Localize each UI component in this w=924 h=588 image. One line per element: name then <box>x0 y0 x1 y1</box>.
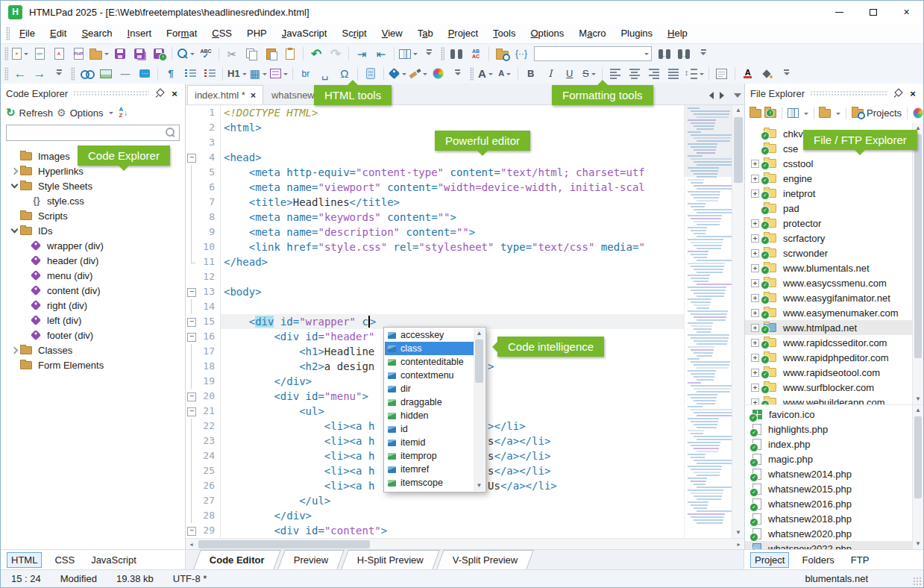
save-all-button[interactable] <box>131 45 148 63</box>
insert-image-button[interactable] <box>97 65 115 83</box>
panel-close-icon[interactable]: × <box>908 88 918 99</box>
autocomplete-item-dir[interactable]: dir <box>385 382 474 395</box>
folder-row-www-htmlpad-net[interactable]: www.htmlpad.net <box>745 320 912 335</box>
panel-tab-ftp[interactable]: FTP <box>847 553 873 567</box>
panel-tab-folders[interactable]: Folders <box>798 553 837 567</box>
file-row-whatsnew2020-php[interactable]: whatsnew2020.php <box>745 526 912 541</box>
align-center-button[interactable] <box>626 65 644 83</box>
code-line-1[interactable]: 1<!DOCTYPE HTML> <box>186 105 684 120</box>
view-mode-icon[interactable] <box>788 108 799 118</box>
tree-item-hyperlinks[interactable]: Hyperlinks <box>1 163 185 178</box>
options-dropdown-arrow-icon[interactable] <box>109 112 113 116</box>
save-and-upload-button[interactable] <box>150 45 168 63</box>
menu-file[interactable]: File <box>12 25 43 41</box>
fold-marker-icon[interactable] <box>186 150 195 165</box>
replace-button[interactable]: AB <box>467 45 485 63</box>
chevron-right-icon[interactable] <box>8 169 20 174</box>
insert-script-button[interactable] <box>362 65 380 83</box>
insert-heading-button[interactable]: H1 <box>227 65 248 83</box>
scroll-down-icon[interactable]: ▼ <box>913 394 923 404</box>
scroll-down-icon[interactable]: ▼ <box>732 528 744 538</box>
code-line-8[interactable]: 8 <meta name="keywords" content=""> <box>186 210 684 225</box>
code-line-12[interactable]: 12 <box>186 269 684 284</box>
folder-row-www-rapidseotool-com[interactable]: www.rapidseotool.com <box>745 365 912 380</box>
folder-row-www-easygifanimator-net[interactable]: www.easygifanimator.net <box>745 290 912 305</box>
menu-macro[interactable]: Macro <box>571 25 613 41</box>
refresh-icon[interactable]: ↻ <box>6 106 16 119</box>
file-row-whatsnew2015-php[interactable]: whatsnew2015.php <box>745 481 912 496</box>
projects-icon[interactable] <box>852 109 864 118</box>
expand-plus-icon[interactable] <box>751 339 759 347</box>
expand-plus-icon[interactable] <box>751 249 759 257</box>
paste-button[interactable] <box>262 45 280 63</box>
tree-item-style-css[interactable]: {}style.css <box>1 193 185 208</box>
redo-button[interactable]: ↷ <box>327 45 345 63</box>
menu-edit[interactable]: Edit <box>43 25 74 41</box>
options-button[interactable]: Options <box>70 107 104 119</box>
expand-plus-icon[interactable] <box>751 175 759 183</box>
folder-row-inetprot[interactable]: inetprot <box>745 186 912 201</box>
folder-row-protector[interactable]: protector <box>745 216 912 231</box>
scrollbar-thumb[interactable] <box>914 134 922 358</box>
toolbar-grip[interactable] <box>71 67 75 81</box>
align-right-button[interactable] <box>645 65 663 83</box>
quick-search-button[interactable] <box>176 45 195 63</box>
search-term-combobox[interactable] <box>534 46 652 61</box>
tab-list-dropdown-icon[interactable] <box>734 93 741 101</box>
panel-tab-project[interactable]: Project <box>750 552 789 568</box>
navigate-back-button[interactable]: ← <box>11 65 29 83</box>
cut-button[interactable]: ✂ <box>223 45 241 63</box>
toolbar-grip[interactable] <box>441 47 444 60</box>
menu-tools[interactable]: Tools <box>485 25 523 41</box>
autocomplete-scrollbar[interactable]: ▲ ▼ <box>474 328 485 491</box>
menu-tab[interactable]: Tab <box>410 25 441 41</box>
folder-up-icon[interactable] <box>749 109 761 118</box>
code-line-13[interactable]: 13<body> <box>186 284 684 299</box>
view-tab-code-editor[interactable]: Code Editor <box>193 550 280 569</box>
fold-marker-icon[interactable] <box>186 284 195 299</box>
insert-table-button[interactable]: ▦ <box>249 65 268 83</box>
code-line-28[interactable]: 28 </div> <box>186 508 684 523</box>
file-row-index-php[interactable]: index.php <box>745 437 912 451</box>
folder-row-engine[interactable]: engine <box>745 171 912 186</box>
code-line-29[interactable]: 29 <div id="content"> <box>186 523 684 538</box>
align-justify-button[interactable] <box>664 65 682 83</box>
code-line-14[interactable]: 14 <box>186 299 684 314</box>
maximize-button[interactable] <box>856 1 890 23</box>
fill-color-button[interactable] <box>758 65 776 83</box>
menu-css[interactable]: CSS <box>204 25 239 41</box>
view-tab-v-split-preview[interactable]: V-Split Preview <box>436 550 534 569</box>
insert-ordered-list-button[interactable] <box>201 65 219 83</box>
tree-item-style-sheets[interactable]: Style Sheets <box>1 178 185 193</box>
code-snippets-button[interactable]: {··} <box>512 45 530 63</box>
minimap[interactable] <box>684 105 732 538</box>
doc-tab-html[interactable]: HTML <box>7 552 42 568</box>
tab-scroll-left-icon[interactable] <box>705 92 714 99</box>
folder-row-www-surfblocker-com[interactable]: www.surfblocker.com <box>745 380 912 395</box>
fold-marker-icon[interactable] <box>186 329 195 344</box>
file-row-favicon-ico[interactable]: favicon.ico <box>745 407 912 422</box>
chevron-down-icon[interactable] <box>8 229 20 232</box>
autocomplete-item-accesskey[interactable]: accesskey <box>385 328 474 342</box>
insert-comment-button[interactable]: ⋯ <box>136 65 154 83</box>
toolbar-grip[interactable] <box>470 67 474 81</box>
menu-options[interactable]: Options <box>523 25 571 41</box>
save-button[interactable] <box>111 45 129 63</box>
file-row-magic-php[interactable]: magic.php <box>745 451 912 466</box>
find-next-button[interactable]: → <box>675 45 693 63</box>
tree-item-menu-div-[interactable]: menu (div) <box>1 268 185 283</box>
resize-grip[interactable] <box>913 577 922 586</box>
view-tab-preview[interactable]: Preview <box>277 550 345 569</box>
code-line-9[interactable]: 9 <meta name="description" content=""> <box>186 225 684 240</box>
insert-paragraph-button[interactable]: ¶ <box>162 65 180 83</box>
expand-plus-icon[interactable] <box>751 279 759 287</box>
folder-row-www-webuilderapp-com[interactable]: www.webuilderapp.com <box>745 395 912 404</box>
tree-item-footer-div-[interactable]: footer (div) <box>1 328 185 343</box>
paragraph-format-button[interactable] <box>713 65 731 83</box>
fold-marker-icon[interactable] <box>186 523 195 538</box>
insert-horizontal-rule-button[interactable]: — <box>116 65 134 83</box>
insert-hyperlink-button[interactable] <box>78 65 95 83</box>
autocomplete-item-itemscope[interactable]: itemscope <box>385 476 474 490</box>
dropdown-arrow-icon[interactable] <box>804 113 808 117</box>
decrease-font-size-button[interactable]: A <box>496 65 514 83</box>
